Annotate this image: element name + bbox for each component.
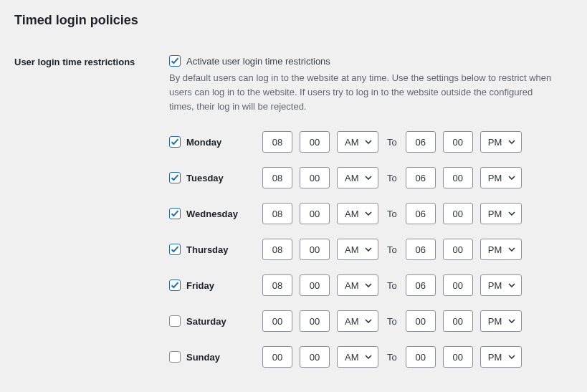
from-minute-input[interactable]: [300, 310, 330, 332]
day-name: Wednesday: [186, 209, 238, 219]
from-hour-input[interactable]: [262, 131, 292, 153]
select-value: AM: [345, 209, 359, 219]
time-controls: AMToPM: [262, 274, 522, 296]
from-hour-input[interactable]: [262, 346, 292, 368]
select-value: PM: [488, 137, 502, 148]
time-controls: AMToPM: [262, 167, 522, 188]
from-minute-input[interactable]: [300, 239, 330, 260]
to-hour-input[interactable]: [406, 167, 436, 188]
to-ampm-select[interactable]: PM: [480, 274, 522, 296]
day-checkbox[interactable]: [169, 279, 181, 291]
check-icon: [171, 281, 179, 290]
activate-label: Activate user login time restrictions: [186, 56, 330, 67]
day-check-label: Thursday: [169, 244, 262, 255]
chevron-down-icon: [365, 247, 372, 252]
day-checkbox[interactable]: [169, 315, 181, 327]
select-value: AM: [345, 316, 359, 327]
day-checkbox[interactable]: [169, 208, 181, 219]
chevron-down-icon: [508, 283, 515, 287]
time-controls: AMToPM: [262, 310, 522, 332]
day-row: TuesdayAMToPM: [169, 167, 573, 188]
from-hour-input[interactable]: [262, 239, 292, 260]
day-checkbox[interactable]: [169, 172, 181, 183]
day-row: FridayAMToPM: [169, 274, 573, 296]
chevron-down-icon: [365, 355, 372, 359]
time-controls: AMToPM: [262, 131, 522, 153]
from-minute-input[interactable]: [300, 274, 330, 296]
chevron-down-icon: [508, 140, 515, 144]
to-minute-input[interactable]: [443, 239, 473, 260]
to-hour-input[interactable]: [406, 239, 436, 260]
select-value: PM: [488, 316, 502, 327]
day-row: SaturdayAMToPM: [169, 310, 573, 332]
to-ampm-select[interactable]: PM: [480, 239, 522, 260]
to-minute-input[interactable]: [443, 310, 473, 332]
to-label: To: [386, 352, 399, 363]
day-checkbox[interactable]: [169, 351, 181, 363]
to-hour-input[interactable]: [406, 131, 436, 153]
to-ampm-select[interactable]: PM: [480, 203, 522, 224]
to-minute-input[interactable]: [443, 274, 473, 296]
from-minute-input[interactable]: [300, 131, 330, 153]
from-minute-input[interactable]: [300, 167, 330, 188]
from-minute-input[interactable]: [300, 203, 330, 224]
select-value: AM: [345, 244, 359, 255]
day-check-label: Sunday: [169, 351, 262, 363]
to-ampm-select[interactable]: PM: [480, 310, 522, 332]
to-minute-input[interactable]: [443, 167, 473, 188]
day-checkbox[interactable]: [169, 136, 181, 148]
to-hour-input[interactable]: [406, 346, 436, 368]
from-ampm-select[interactable]: AM: [337, 346, 378, 368]
to-hour-input[interactable]: [406, 310, 436, 332]
day-row: ThursdayAMToPM: [169, 239, 573, 260]
from-ampm-select[interactable]: AM: [337, 310, 378, 332]
from-hour-input[interactable]: [262, 310, 292, 332]
to-label: To: [386, 173, 399, 183]
chevron-down-icon: [365, 140, 372, 144]
to-minute-input[interactable]: [443, 346, 473, 368]
to-minute-input[interactable]: [443, 131, 473, 153]
check-icon: [171, 245, 179, 254]
section-label: User login time restrictions: [14, 55, 169, 67]
chevron-down-icon: [365, 176, 372, 180]
chevron-down-icon: [508, 211, 515, 216]
chevron-down-icon: [508, 176, 515, 180]
to-ampm-select[interactable]: PM: [480, 131, 522, 153]
from-ampm-select[interactable]: AM: [337, 167, 378, 188]
from-hour-input[interactable]: [262, 203, 292, 224]
chevron-down-icon: [508, 247, 515, 252]
to-label: To: [386, 209, 399, 219]
section-content: Activate user login time restrictions By…: [169, 55, 573, 382]
day-check-label: Monday: [169, 136, 262, 148]
time-controls: AMToPM: [262, 239, 522, 260]
to-label: To: [386, 316, 399, 327]
time-controls: AMToPM: [262, 203, 522, 224]
from-ampm-select[interactable]: AM: [337, 131, 378, 153]
from-minute-input[interactable]: [300, 346, 330, 368]
to-minute-input[interactable]: [443, 203, 473, 224]
select-value: AM: [345, 352, 359, 363]
to-hour-input[interactable]: [406, 274, 436, 296]
from-hour-input[interactable]: [262, 274, 292, 296]
to-ampm-select[interactable]: PM: [480, 167, 522, 188]
from-ampm-select[interactable]: AM: [337, 239, 378, 260]
from-ampm-select[interactable]: AM: [337, 203, 378, 224]
day-name: Tuesday: [186, 173, 224, 183]
chevron-down-icon: [508, 355, 515, 359]
check-icon: [171, 138, 179, 146]
day-checkbox[interactable]: [169, 244, 181, 255]
select-value: AM: [345, 280, 359, 291]
select-value: PM: [488, 352, 502, 363]
to-hour-input[interactable]: [406, 203, 436, 224]
select-value: AM: [345, 137, 359, 148]
to-ampm-select[interactable]: PM: [480, 346, 522, 368]
chevron-down-icon: [365, 319, 372, 323]
activate-row: Activate user login time restrictions: [169, 55, 573, 67]
select-value: PM: [488, 209, 502, 219]
day-name: Saturday: [186, 316, 226, 327]
page-title: Timed login policies: [14, 13, 573, 28]
activate-checkbox[interactable]: [169, 55, 181, 67]
from-ampm-select[interactable]: AM: [337, 274, 378, 296]
day-row: WednesdayAMToPM: [169, 203, 573, 224]
from-hour-input[interactable]: [262, 167, 292, 188]
